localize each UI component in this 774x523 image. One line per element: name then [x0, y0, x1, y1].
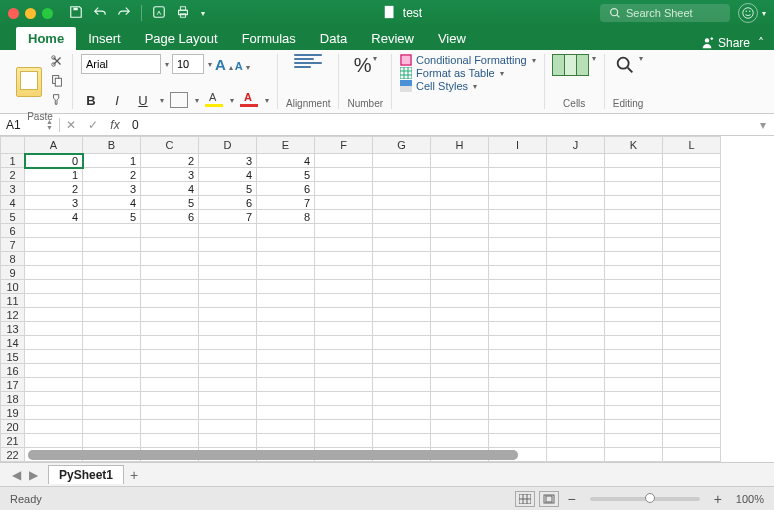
- tab-view[interactable]: View: [426, 27, 478, 50]
- cell[interactable]: [663, 196, 721, 210]
- cell[interactable]: [605, 364, 663, 378]
- cell[interactable]: [663, 224, 721, 238]
- cell[interactable]: [199, 280, 257, 294]
- cell[interactable]: [83, 238, 141, 252]
- close-window-button[interactable]: [8, 8, 19, 19]
- cell[interactable]: [605, 350, 663, 364]
- cell[interactable]: [489, 378, 547, 392]
- cell[interactable]: [141, 350, 199, 364]
- cell[interactable]: [199, 224, 257, 238]
- cell[interactable]: [489, 210, 547, 224]
- sheet-tab-active[interactable]: PySheet1: [48, 465, 124, 484]
- cell[interactable]: [431, 210, 489, 224]
- cell[interactable]: 5: [83, 210, 141, 224]
- cell[interactable]: [489, 196, 547, 210]
- cell[interactable]: [663, 238, 721, 252]
- cell[interactable]: [141, 406, 199, 420]
- cell[interactable]: [257, 308, 315, 322]
- cell[interactable]: [431, 392, 489, 406]
- cell[interactable]: [257, 224, 315, 238]
- cell[interactable]: [431, 378, 489, 392]
- cell[interactable]: [257, 266, 315, 280]
- cell[interactable]: [547, 154, 605, 168]
- cell[interactable]: [315, 420, 373, 434]
- cell[interactable]: [489, 238, 547, 252]
- row-header[interactable]: 1: [1, 154, 25, 168]
- cell[interactable]: [141, 224, 199, 238]
- column-header[interactable]: C: [141, 137, 199, 154]
- cell[interactable]: [547, 210, 605, 224]
- cell[interactable]: [547, 448, 605, 462]
- formula-expand-icon[interactable]: ▾: [752, 118, 774, 132]
- cell[interactable]: [373, 462, 431, 463]
- cell[interactable]: [141, 238, 199, 252]
- cell[interactable]: 4: [83, 196, 141, 210]
- row-header[interactable]: 2: [1, 168, 25, 182]
- cell[interactable]: [373, 420, 431, 434]
- cell[interactable]: [199, 434, 257, 448]
- spreadsheet-grid[interactable]: ABCDEFGHIJKL1012342123453234564345675456…: [0, 136, 774, 462]
- row-header[interactable]: 7: [1, 238, 25, 252]
- cell[interactable]: 6: [141, 210, 199, 224]
- cell[interactable]: [315, 224, 373, 238]
- column-header[interactable]: G: [373, 137, 431, 154]
- add-sheet-button[interactable]: +: [130, 467, 138, 483]
- page-layout-view-icon[interactable]: [539, 491, 559, 507]
- cell[interactable]: [605, 308, 663, 322]
- row-header[interactable]: 12: [1, 308, 25, 322]
- cell[interactable]: [547, 406, 605, 420]
- cell[interactable]: [373, 252, 431, 266]
- cell[interactable]: [489, 392, 547, 406]
- feedback-icon[interactable]: [738, 3, 758, 23]
- cell[interactable]: [431, 406, 489, 420]
- font-color-button[interactable]: [240, 93, 258, 107]
- cell[interactable]: [663, 182, 721, 196]
- cell[interactable]: [25, 392, 83, 406]
- row-header[interactable]: 4: [1, 196, 25, 210]
- cell[interactable]: [199, 266, 257, 280]
- cell[interactable]: [199, 462, 257, 463]
- cell[interactable]: [547, 252, 605, 266]
- cell[interactable]: [431, 168, 489, 182]
- cell[interactable]: [663, 462, 721, 463]
- cell[interactable]: [141, 280, 199, 294]
- cell[interactable]: [373, 182, 431, 196]
- cell[interactable]: [83, 266, 141, 280]
- row-header[interactable]: 9: [1, 266, 25, 280]
- cell[interactable]: [373, 322, 431, 336]
- row-header[interactable]: 21: [1, 434, 25, 448]
- cell[interactable]: [141, 462, 199, 463]
- cell[interactable]: [315, 378, 373, 392]
- cell[interactable]: [25, 280, 83, 294]
- cell[interactable]: [547, 196, 605, 210]
- column-header[interactable]: K: [605, 137, 663, 154]
- row-header[interactable]: 18: [1, 392, 25, 406]
- print-icon[interactable]: [176, 5, 190, 22]
- cell[interactable]: [663, 378, 721, 392]
- cell[interactable]: [141, 434, 199, 448]
- cell[interactable]: [373, 336, 431, 350]
- cell[interactable]: [489, 168, 547, 182]
- cell[interactable]: [547, 322, 605, 336]
- cell[interactable]: [315, 266, 373, 280]
- sheet-prev-icon[interactable]: ◀: [8, 468, 25, 482]
- cell[interactable]: [83, 462, 141, 463]
- column-header[interactable]: E: [257, 137, 315, 154]
- cell[interactable]: [431, 364, 489, 378]
- cell[interactable]: [315, 434, 373, 448]
- touch-mode-icon[interactable]: [152, 5, 166, 22]
- cell[interactable]: [663, 154, 721, 168]
- cell[interactable]: [83, 336, 141, 350]
- confirm-formula-icon[interactable]: ✓: [82, 118, 104, 132]
- font-name-dropdown-icon[interactable]: ▾: [165, 60, 169, 69]
- cell[interactable]: [373, 350, 431, 364]
- cell[interactable]: 4: [199, 168, 257, 182]
- percent-icon[interactable]: %: [354, 54, 372, 77]
- cell[interactable]: [141, 308, 199, 322]
- cell[interactable]: [83, 392, 141, 406]
- cell[interactable]: [257, 462, 315, 463]
- cell[interactable]: [141, 420, 199, 434]
- cell[interactable]: [257, 322, 315, 336]
- row-header[interactable]: 23: [1, 462, 25, 463]
- row-header[interactable]: 15: [1, 350, 25, 364]
